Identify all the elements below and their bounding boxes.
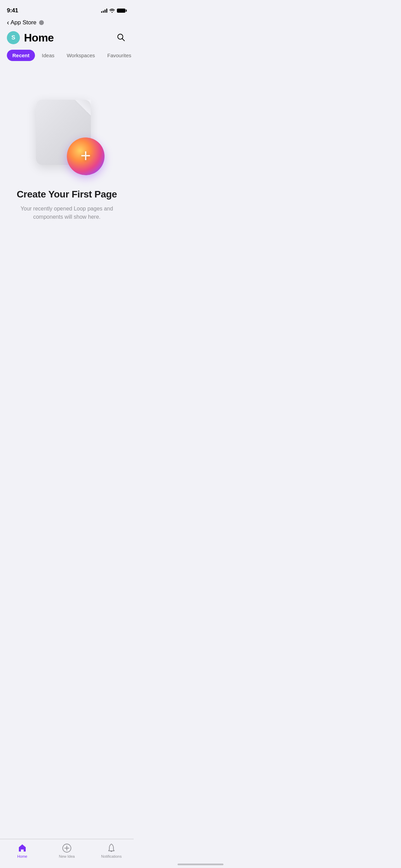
back-dot-indicator xyxy=(39,20,44,25)
tab-workspaces[interactable]: Workspaces xyxy=(61,50,100,61)
signal-icon xyxy=(101,9,107,13)
tab-favourites[interactable]: Favourites xyxy=(102,50,134,61)
page-title: Home xyxy=(24,32,54,44)
header-left: S Home xyxy=(7,31,54,44)
back-nav[interactable]: ‹ App Store xyxy=(0,16,134,28)
wifi-icon xyxy=(109,9,115,13)
avatar[interactable]: S xyxy=(7,31,20,44)
page-header: S Home xyxy=(0,28,134,50)
back-label: App Store xyxy=(11,19,37,26)
plus-icon: + xyxy=(81,147,91,165)
empty-state-illustration: + xyxy=(29,100,105,175)
svg-line-1 xyxy=(122,38,125,41)
status-bar: 9:41 xyxy=(0,0,134,16)
tab-recent[interactable]: Recent xyxy=(7,50,35,61)
search-button[interactable] xyxy=(115,32,127,44)
doc-fold-shadow xyxy=(75,100,91,116)
battery-icon xyxy=(117,9,127,13)
empty-state-subtitle: Your recently opened Loop pages and comp… xyxy=(19,205,115,221)
add-button-circle: + xyxy=(67,137,105,175)
status-time: 9:41 xyxy=(7,7,18,14)
bottom-pad xyxy=(0,253,134,287)
main-content: + Create Your First Page Your recently o… xyxy=(0,61,134,253)
empty-state-title: Create Your First Page xyxy=(17,189,117,200)
back-chevron-icon: ‹ xyxy=(7,19,9,26)
tab-ideas[interactable]: Ideas xyxy=(36,50,60,61)
status-icons xyxy=(101,9,127,13)
tab-bar-top: Recent Ideas Workspaces Favourites xyxy=(0,50,134,61)
search-icon xyxy=(117,33,125,42)
